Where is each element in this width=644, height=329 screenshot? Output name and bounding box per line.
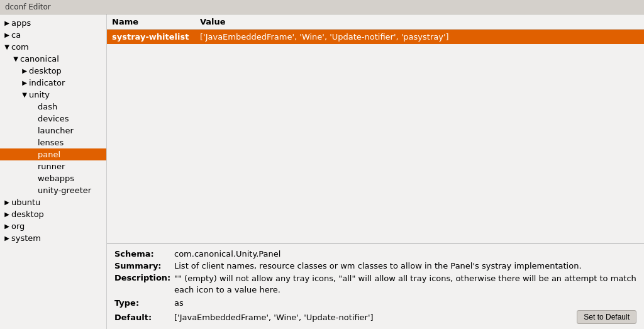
type-label: Type:	[114, 298, 174, 308]
tree-arrow-icon: ▼	[11, 55, 20, 62]
summary-row: Summary: List of client names, resource …	[114, 261, 636, 270]
sidebar-item-desktop[interactable]: ▶desktop	[0, 65, 106, 77]
description-row: Description: "" (empty) will not allow a…	[114, 273, 636, 296]
sidebar-item-label: apps	[11, 18, 106, 28]
sidebar: ▶apps▶ca▼com▼canonical▶desktop▶indicator…	[0, 14, 107, 329]
sidebar-item-unity-greeter[interactable]: unity-greeter	[0, 184, 106, 196]
row-value: ['JavaEmbeddedFrame', 'Wine', 'Update-no…	[200, 32, 639, 42]
summary-value: List of client names, resource classes o…	[174, 261, 636, 270]
sidebar-item-webapps[interactable]: webapps	[0, 172, 106, 184]
default-label: Default:	[114, 313, 174, 322]
sidebar-item-dash[interactable]: dash	[0, 101, 106, 113]
sidebar-item-label: lenses	[38, 138, 106, 147]
tree-arrow-icon: ▼	[3, 43, 11, 50]
type-row: Type: as	[114, 298, 636, 308]
table-area: Name Value systray-whitelist['JavaEmbedd…	[107, 14, 644, 243]
app-title: dconf Editor	[5, 3, 51, 11]
tree-arrow-icon: ▶	[3, 223, 11, 230]
sidebar-item-lenses[interactable]: lenses	[0, 137, 106, 148]
info-panel: Schema: com.canonical.Unity.Panel Summar…	[107, 243, 644, 329]
sidebar-item-apps[interactable]: ▶apps	[0, 17, 106, 29]
table-row[interactable]: systray-whitelist['JavaEmbeddedFrame', '…	[107, 30, 644, 44]
default-row: Default: ['JavaEmbeddedFrame', 'Wine', '…	[114, 310, 636, 324]
sidebar-item-label: com	[11, 42, 106, 52]
tree-arrow-icon: ▶	[3, 20, 11, 26]
tree-arrow-icon: ▶	[3, 199, 11, 206]
tree-arrow-icon: ▶	[20, 67, 29, 74]
sidebar-item-label: webapps	[38, 174, 106, 183]
sidebar-item-panel[interactable]: panel	[0, 148, 106, 160]
title-bar: dconf Editor	[0, 0, 644, 14]
sidebar-item-desktop-root[interactable]: ▶desktop	[0, 208, 106, 220]
sidebar-item-launcher[interactable]: launcher	[0, 125, 106, 137]
sidebar-item-label: desktop	[11, 209, 106, 219]
default-value: ['JavaEmbeddedFrame', 'Wine', 'Update-no…	[174, 313, 572, 322]
sidebar-item-org[interactable]: ▶org	[0, 220, 106, 232]
sidebar-item-label: unity	[29, 90, 106, 99]
sidebar-item-label: org	[11, 221, 106, 231]
tree-arrow-icon: ▶	[3, 211, 11, 218]
row-name: systray-whitelist	[112, 32, 200, 42]
tree-arrow-icon: ▶	[3, 31, 11, 38]
sidebar-item-ubuntu[interactable]: ▶ubuntu	[0, 196, 106, 208]
sidebar-item-label: runner	[38, 162, 106, 171]
sidebar-item-devices[interactable]: devices	[0, 113, 106, 125]
tree-arrow-icon: ▶	[3, 235, 11, 242]
sidebar-item-label: dash	[38, 102, 106, 111]
sidebar-item-label: ubuntu	[11, 198, 106, 207]
sidebar-item-unity[interactable]: ▼unity	[0, 89, 106, 101]
set-default-button[interactable]: Set to Default	[577, 310, 636, 324]
sidebar-item-label: devices	[38, 114, 106, 123]
default-left: Default: ['JavaEmbeddedFrame', 'Wine', '…	[114, 313, 572, 322]
sidebar-item-system[interactable]: ▶system	[0, 232, 106, 244]
tree-arrow-icon: ▶	[20, 79, 29, 86]
sidebar-item-ca[interactable]: ▶ca	[0, 29, 106, 41]
summary-label: Summary:	[114, 261, 174, 270]
sidebar-item-runner[interactable]: runner	[0, 160, 106, 172]
content-area: Name Value systray-whitelist['JavaEmbedd…	[107, 14, 644, 329]
main-container: ▶apps▶ca▼com▼canonical▶desktop▶indicator…	[0, 14, 644, 329]
schema-row: Schema: com.canonical.Unity.Panel	[114, 249, 636, 259]
sidebar-item-label: unity-greeter	[38, 186, 106, 195]
sidebar-item-label: desktop	[29, 66, 106, 75]
sidebar-item-com[interactable]: ▼com	[0, 41, 106, 53]
schema-value: com.canonical.Unity.Panel	[174, 249, 636, 259]
type-value: as	[174, 298, 636, 308]
description-value: "" (empty) will not allow any tray icons…	[174, 273, 636, 296]
sidebar-item-label: indicator	[29, 78, 106, 87]
col-name-header: Name	[112, 17, 200, 26]
table-header: Name Value	[107, 14, 644, 30]
schema-label: Schema:	[114, 249, 174, 259]
description-label: Description:	[114, 273, 174, 282]
sidebar-item-label: canonical	[20, 54, 106, 64]
sidebar-item-canonical[interactable]: ▼canonical	[0, 53, 106, 65]
sidebar-item-label: system	[11, 233, 106, 243]
sidebar-item-label: panel	[38, 150, 106, 159]
sidebar-item-label: ca	[11, 30, 106, 40]
sidebar-item-label: launcher	[38, 126, 106, 135]
tree-arrow-icon: ▼	[20, 91, 29, 98]
sidebar-item-indicator[interactable]: ▶indicator	[0, 77, 106, 89]
col-value-header: Value	[200, 17, 639, 26]
